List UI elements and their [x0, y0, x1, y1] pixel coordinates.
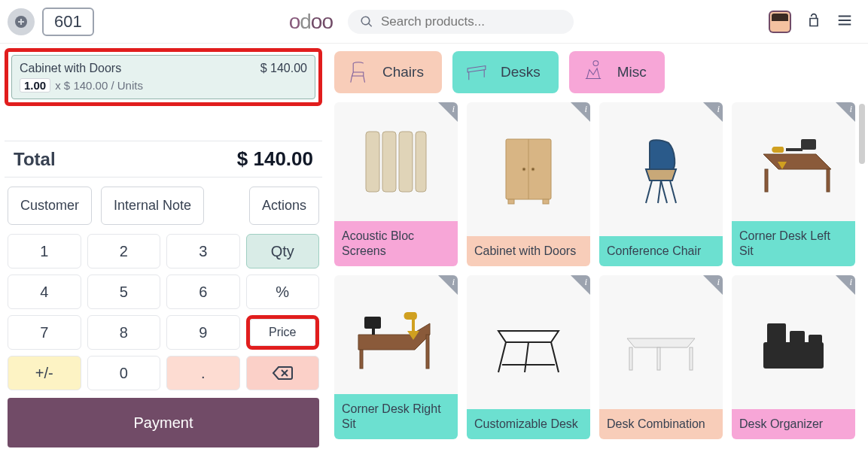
desk-icon [461, 59, 492, 86]
keypad: 1 2 3 Qty 4 5 6 % 7 8 9 Price +/- 0 . [5, 234, 322, 390]
info-icon[interactable]: i [452, 276, 455, 288]
product-card[interactable]: iDesk Organizer [732, 275, 855, 439]
payment-button[interactable]: Payment [8, 398, 319, 447]
keypad-6[interactable]: 6 [166, 275, 240, 309]
product-card[interactable]: iConference Chair [599, 102, 723, 266]
keypad-5[interactable]: 5 [87, 275, 161, 309]
info-icon[interactable]: i [849, 103, 852, 115]
product-card[interactable]: iCorner Desk Right Sit [334, 275, 458, 439]
product-label: Corner Desk Right Sit [334, 394, 458, 439]
svg-rect-11 [508, 199, 514, 204]
chair-icon [343, 59, 373, 86]
svg-rect-32 [763, 342, 824, 369]
keypad-2[interactable]: 2 [87, 234, 161, 268]
keypad-9[interactable]: 9 [166, 315, 240, 350]
keypad-percent[interactable]: % [246, 275, 320, 309]
keypad-1[interactable]: 1 [8, 234, 81, 268]
product-card[interactable]: iAcoustic Bloc Screens [334, 102, 458, 266]
product-label: Conference Chair [599, 236, 723, 266]
product-card[interactable]: iCustomizable Desk [467, 275, 590, 439]
action-row: Customer Internal Note Actions [5, 177, 322, 234]
keypad-qty[interactable]: Qty [246, 234, 320, 268]
backspace-icon [272, 366, 293, 381]
order-line-total: $ 140.00 [260, 62, 307, 75]
category-chairs-label: Chairs [382, 64, 424, 80]
keypad-price-highlight: Price [246, 315, 320, 350]
product-label: Desk Organizer [732, 409, 855, 439]
keypad-8[interactable]: 8 [87, 315, 161, 350]
keypad-4[interactable]: 4 [8, 275, 81, 309]
keypad-7[interactable]: 7 [8, 315, 81, 350]
svg-rect-33 [767, 323, 786, 346]
info-icon[interactable]: i [584, 103, 587, 115]
category-misc[interactable]: Misc [569, 51, 665, 93]
svg-line-13 [646, 180, 652, 203]
svg-rect-35 [809, 335, 822, 346]
product-card[interactable]: iCabinet with Doors [467, 102, 590, 266]
svg-point-10 [531, 168, 535, 171]
info-icon[interactable]: i [717, 103, 720, 115]
svg-rect-5 [399, 132, 413, 192]
svg-rect-3 [366, 132, 379, 192]
product-image: i [334, 275, 458, 394]
search-input[interactable] [381, 14, 562, 29]
category-chairs[interactable]: Chairs [334, 51, 442, 93]
svg-rect-34 [790, 331, 805, 346]
keypad-3[interactable]: 3 [166, 234, 240, 268]
order-number-badge[interactable]: 601 [42, 8, 94, 36]
svg-line-14 [670, 180, 676, 203]
keypad-plus-minus[interactable]: +/- [8, 356, 81, 390]
search-icon [360, 14, 373, 29]
topbar-left: 601 [8, 8, 94, 36]
product-label: Acoustic Bloc Screens [334, 221, 458, 266]
avatar[interactable] [769, 11, 791, 33]
product-image: i [732, 102, 855, 221]
svg-line-27 [525, 342, 528, 372]
category-desks[interactable]: Desks [452, 51, 559, 93]
svg-rect-24 [372, 329, 375, 335]
internal-note-button[interactable]: Internal Note [101, 187, 204, 225]
order-line-name: Cabinet with Doors [20, 62, 121, 75]
product-image: i [599, 102, 723, 236]
category-row: Chairs Desks Misc [334, 51, 854, 93]
order-line-qty: 1.00 [20, 78, 50, 93]
keypad-decimal[interactable]: . [166, 356, 240, 390]
category-misc-label: Misc [617, 64, 647, 80]
customer-button[interactable]: Customer [8, 187, 92, 225]
topbar: 601 odoo [0, 0, 868, 44]
product-image: i [599, 275, 723, 409]
svg-line-16 [661, 180, 667, 203]
product-image: i [467, 275, 590, 409]
total-row: Total $ 140.00 [5, 141, 322, 177]
new-order-button[interactable] [8, 8, 35, 35]
product-card[interactable]: iDesk Combination [599, 275, 723, 439]
order-line-highlight: Cabinet with Doors $ 140.00 1.00 x $ 140… [5, 48, 322, 106]
svg-rect-4 [382, 132, 396, 192]
odoo-logo: odoo [289, 10, 333, 34]
keypad-backspace[interactable] [246, 356, 320, 390]
unlock-icon[interactable] [806, 13, 821, 31]
order-line[interactable]: Cabinet with Doors $ 140.00 1.00 x $ 140… [11, 55, 315, 99]
info-icon[interactable]: i [452, 103, 455, 115]
product-label: Desk Combination [599, 409, 723, 439]
actions-button[interactable]: Actions [249, 187, 319, 225]
category-desks-label: Desks [501, 64, 541, 80]
svg-line-15 [658, 180, 661, 203]
svg-rect-19 [801, 139, 816, 150]
total-value: $ 140.00 [237, 147, 313, 171]
svg-rect-30 [690, 347, 693, 370]
keypad-price[interactable]: Price [250, 319, 316, 346]
product-card[interactable]: iCorner Desk Left Sit [732, 102, 855, 266]
left-pane: Cabinet with Doors $ 140.00 1.00 x $ 140… [0, 44, 327, 452]
product-label: Corner Desk Left Sit [732, 221, 855, 266]
right-pane: Chairs Desks Misc iAcoustic Bloc Screens… [327, 44, 868, 452]
search-wrap[interactable] [348, 10, 574, 34]
info-icon[interactable]: i [584, 276, 587, 288]
hamburger-icon[interactable] [836, 12, 853, 32]
info-icon[interactable]: i [717, 276, 720, 288]
scrollbar[interactable] [859, 104, 865, 164]
info-icon[interactable]: i [849, 276, 852, 288]
keypad-0[interactable]: 0 [87, 356, 161, 390]
product-image: i [334, 102, 458, 221]
misc-icon [578, 59, 608, 86]
